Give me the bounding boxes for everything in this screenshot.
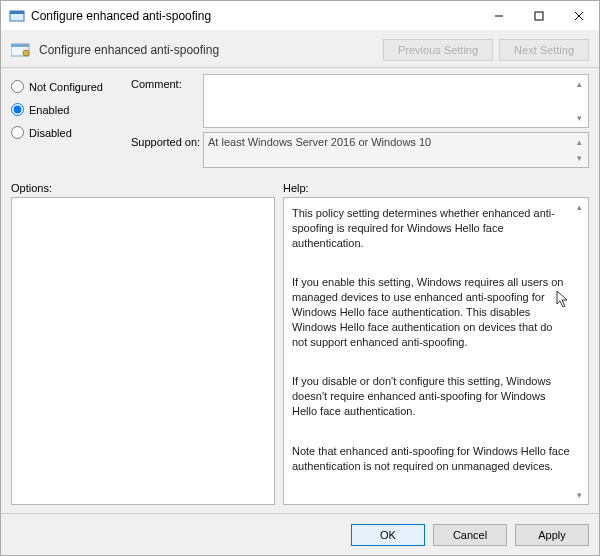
previous-setting-button[interactable]: Previous Setting xyxy=(383,39,493,61)
page-title: Configure enhanced anti-spoofing xyxy=(39,43,377,57)
config-area: Not Configured Enabled Disabled Comment:… xyxy=(1,68,599,172)
radio-enabled-label: Enabled xyxy=(29,104,69,116)
policy-icon xyxy=(11,42,31,58)
help-paragraph: This policy setting determines whether e… xyxy=(292,206,570,251)
radio-disabled-label: Disabled xyxy=(29,127,72,139)
chevron-up-icon[interactable]: ▴ xyxy=(572,77,586,91)
radio-not-configured-label: Not Configured xyxy=(29,81,103,93)
svg-rect-3 xyxy=(535,12,543,20)
fields-column: Comment: ▴ ▾ Supported on: At least Wind… xyxy=(131,74,589,172)
supported-on-field: At least Windows Server 2016 or Windows … xyxy=(203,132,589,168)
chevron-down-icon[interactable]: ▾ xyxy=(572,111,586,125)
chevron-up-icon[interactable]: ▴ xyxy=(572,135,586,149)
state-radio-group: Not Configured Enabled Disabled xyxy=(11,74,131,172)
help-paragraph: Note that enhanced anti-spoofing for Win… xyxy=(292,444,570,474)
options-pane xyxy=(11,197,275,505)
close-button[interactable] xyxy=(559,1,599,31)
help-paragraph: If you enable this setting, Windows requ… xyxy=(292,275,570,349)
chevron-down-icon[interactable]: ▾ xyxy=(572,488,586,502)
svg-point-8 xyxy=(23,50,29,56)
panes: This policy setting determines whether e… xyxy=(1,197,599,513)
minimize-button[interactable] xyxy=(479,1,519,31)
radio-enabled[interactable]: Enabled xyxy=(11,103,131,116)
apply-button[interactable]: Apply xyxy=(515,524,589,546)
options-label: Options: xyxy=(11,182,283,194)
footer: OK Cancel Apply xyxy=(1,513,599,555)
help-paragraph: If you disable or don't configure this s… xyxy=(292,374,570,419)
svg-rect-1 xyxy=(10,11,24,14)
chevron-down-icon[interactable]: ▾ xyxy=(572,151,586,165)
next-setting-button[interactable]: Next Setting xyxy=(499,39,589,61)
chevron-up-icon[interactable]: ▴ xyxy=(572,200,586,214)
comment-label: Comment: xyxy=(131,74,203,128)
app-icon xyxy=(9,8,25,24)
comment-input[interactable]: ▴ ▾ xyxy=(203,74,589,128)
pane-labels: Options: Help: xyxy=(1,172,599,197)
supported-on-value: At least Windows Server 2016 or Windows … xyxy=(208,136,431,148)
radio-not-configured-input[interactable] xyxy=(11,80,24,93)
cancel-button[interactable]: Cancel xyxy=(433,524,507,546)
ok-button[interactable]: OK xyxy=(351,524,425,546)
radio-disabled-input[interactable] xyxy=(11,126,24,139)
svg-rect-7 xyxy=(11,44,29,47)
policy-editor-window: Configure enhanced anti-spoofing Configu… xyxy=(0,0,600,556)
help-pane: This policy setting determines whether e… xyxy=(283,197,589,505)
radio-disabled[interactable]: Disabled xyxy=(11,126,131,139)
titlebar: Configure enhanced anti-spoofing xyxy=(1,1,599,31)
help-label: Help: xyxy=(283,182,309,194)
maximize-button[interactable] xyxy=(519,1,559,31)
radio-enabled-input[interactable] xyxy=(11,103,24,116)
radio-not-configured[interactable]: Not Configured xyxy=(11,80,131,93)
window-title: Configure enhanced anti-spoofing xyxy=(31,9,479,23)
supported-on-label: Supported on: xyxy=(131,132,203,168)
header: Configure enhanced anti-spoofing Previou… xyxy=(1,31,599,68)
